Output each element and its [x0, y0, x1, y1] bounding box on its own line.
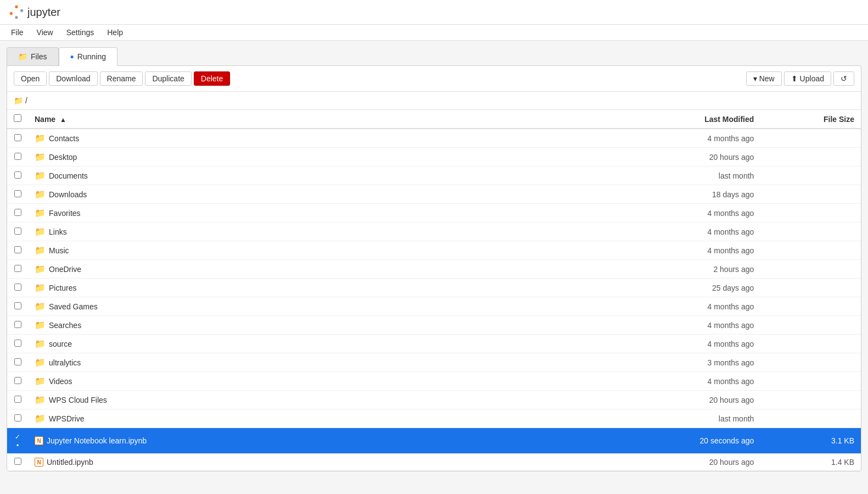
row-name-cell[interactable]: 📁source — [28, 335, 610, 353]
tab-files[interactable]: 📁 Files — [7, 47, 59, 65]
row-name: Downloads — [49, 190, 87, 199]
menu-help[interactable]: Help — [105, 27, 125, 38]
row-name: source — [49, 340, 72, 348]
row-name: Videos — [49, 377, 72, 386]
row-name-cell[interactable]: 📁Favorites — [28, 204, 610, 223]
table-row[interactable]: 📁Searches4 months ago — [7, 316, 861, 335]
row-name-cell[interactable]: 📁Contacts — [28, 129, 610, 148]
notebook-icon: N — [35, 436, 43, 445]
row-name-cell[interactable]: 📁Music — [28, 241, 610, 260]
row-checkbox[interactable] — [14, 458, 21, 465]
rename-button[interactable]: Rename — [100, 71, 143, 86]
row-checkbox[interactable] — [14, 171, 21, 179]
row-checkbox[interactable] — [14, 377, 21, 384]
row-checkbox[interactable] — [14, 321, 21, 328]
name-header[interactable]: Name ▲ — [28, 110, 610, 129]
row-checkbox[interactable] — [14, 246, 21, 253]
delete-button[interactable]: Delete — [194, 71, 230, 86]
row-size-cell — [760, 260, 861, 279]
breadcrumb: 📁 / — [7, 92, 861, 110]
duplicate-button[interactable]: Duplicate — [145, 71, 191, 86]
row-checkbox[interactable] — [14, 302, 21, 309]
row-name: Pictures — [49, 284, 77, 292]
row-name-cell[interactable]: 📁ultralytics — [28, 353, 610, 372]
table-row[interactable]: 📁ultralytics3 months ago — [7, 353, 861, 372]
row-name-cell[interactable]: NUntitled.ipynb — [28, 454, 610, 471]
table-row[interactable]: 📁OneDrive2 hours ago — [7, 260, 861, 279]
row-checkbox[interactable] — [14, 284, 21, 291]
breadcrumb-path: / — [25, 96, 27, 105]
row-checkbox-cell — [7, 166, 28, 185]
table-row[interactable]: 📁Videos4 months ago — [7, 372, 861, 391]
row-name-cell[interactable]: 📁Desktop — [28, 148, 610, 166]
top-bar: jupyter — [0, 0, 868, 25]
select-all-header[interactable] — [7, 110, 28, 129]
row-modified-cell: 4 months ago — [610, 129, 760, 148]
row-checkbox[interactable] — [14, 265, 21, 272]
table-row[interactable]: 📁Links4 months ago — [7, 223, 861, 241]
table-row[interactable]: ✓ •NJupyter Notebook learn.ipynb20 secon… — [7, 428, 861, 454]
row-size-cell — [760, 353, 861, 372]
row-name-cell[interactable]: 📁Videos — [28, 372, 610, 391]
row-checkbox[interactable] — [14, 227, 21, 235]
table-row[interactable]: 📁Favorites4 months ago — [7, 204, 861, 223]
row-name-cell[interactable]: 📁WPS Cloud Files — [28, 391, 610, 409]
folder-icon: 📁 — [35, 189, 46, 199]
table-row[interactable]: NUntitled.ipynb20 hours ago1.4 KB — [7, 454, 861, 471]
row-modified-cell: 3 months ago — [610, 353, 760, 372]
table-row[interactable]: 📁Pictures25 days ago — [7, 279, 861, 297]
table-row[interactable]: 📁Contacts4 months ago — [7, 129, 861, 148]
row-modified-cell: 4 months ago — [610, 297, 760, 316]
row-name-cell[interactable]: 📁OneDrive — [28, 260, 610, 279]
table-row[interactable]: 📁Music4 months ago — [7, 241, 861, 260]
row-checkbox[interactable] — [14, 209, 21, 216]
open-button[interactable]: Open — [14, 71, 47, 86]
table-row[interactable]: 📁WPS Cloud Files20 hours ago — [7, 391, 861, 409]
folder-icon: 📁 — [35, 376, 46, 386]
row-checkbox[interactable] — [14, 190, 21, 197]
table-row[interactable]: 📁WPSDrivelast month — [7, 409, 861, 428]
menu-view[interactable]: View — [35, 27, 55, 38]
row-modified-cell: 2 hours ago — [610, 260, 760, 279]
menu-file[interactable]: File — [9, 27, 26, 38]
folder-icon: 📁 — [35, 152, 46, 162]
table-row[interactable]: 📁Desktop20 hours ago — [7, 148, 861, 166]
row-checkbox-cell — [7, 335, 28, 353]
row-name-cell[interactable]: 📁Searches — [28, 316, 610, 335]
row-checkbox[interactable] — [14, 153, 21, 160]
row-checkbox[interactable] — [14, 396, 21, 403]
modified-header[interactable]: Last Modified — [610, 110, 760, 129]
folder-icon: 📁 — [35, 226, 46, 237]
row-name-cell[interactable]: 📁WPSDrive — [28, 409, 610, 428]
row-name-cell[interactable]: NJupyter Notebook learn.ipynb — [28, 428, 610, 454]
table-header-row: Name ▲ Last Modified File Size — [7, 110, 861, 129]
new-button[interactable]: ▾ New — [746, 71, 782, 86]
row-name-cell[interactable]: 📁Links — [28, 223, 610, 241]
table-row[interactable]: 📁Saved Games4 months ago — [7, 297, 861, 316]
select-all-checkbox[interactable] — [14, 114, 21, 122]
row-checkbox[interactable] — [14, 414, 21, 421]
row-checkbox[interactable] — [14, 358, 21, 365]
download-button[interactable]: Download — [49, 71, 97, 86]
tab-files-label: Files — [31, 52, 47, 61]
file-table: Name ▲ Last Modified File Size 📁Contacts… — [7, 110, 861, 471]
row-name-cell[interactable]: 📁Downloads — [28, 185, 610, 204]
table-row[interactable]: 📁source4 months ago — [7, 335, 861, 353]
row-name-cell[interactable]: 📁Documents — [28, 166, 610, 185]
row-checkbox-cell — [7, 316, 28, 335]
row-name-cell[interactable]: 📁Pictures — [28, 279, 610, 297]
upload-button[interactable]: ⬆ Upload — [784, 71, 831, 86]
row-checkbox-cell — [7, 223, 28, 241]
row-name: Links — [49, 227, 67, 236]
row-name: OneDrive — [49, 265, 81, 274]
size-header[interactable]: File Size — [760, 110, 861, 129]
menu-settings[interactable]: Settings — [64, 27, 97, 38]
table-row[interactable]: 📁Documentslast month — [7, 166, 861, 185]
tab-running[interactable]: ● Running — [59, 47, 117, 66]
refresh-button[interactable]: ↺ — [833, 71, 854, 86]
row-checkbox[interactable] — [14, 340, 21, 347]
table-row[interactable]: 📁Downloads18 days ago — [7, 185, 861, 204]
row-name-cell[interactable]: 📁Saved Games — [28, 297, 610, 316]
row-checkbox[interactable] — [14, 134, 21, 141]
circle-icon: ● — [70, 53, 74, 60]
